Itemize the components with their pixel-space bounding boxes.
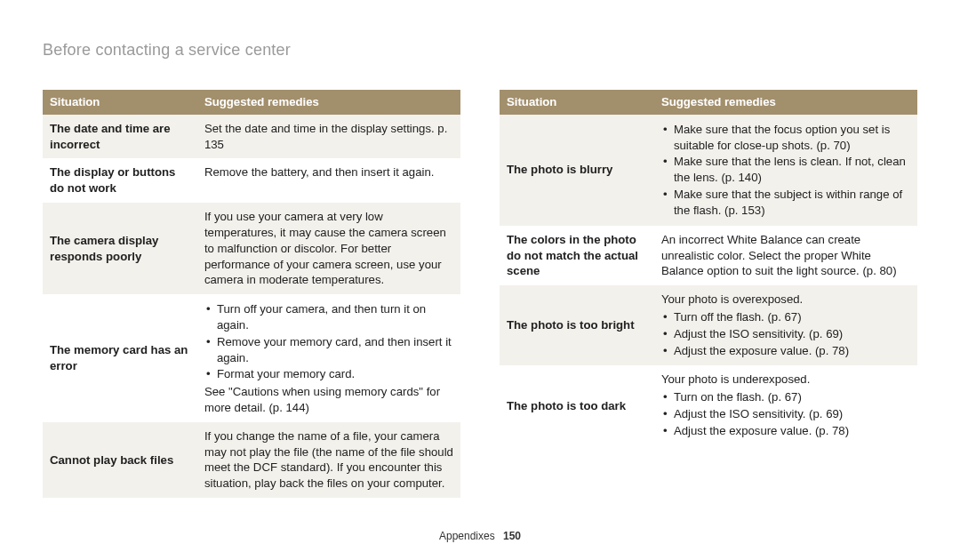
two-column-layout: Situation Suggested remedies The date an… xyxy=(43,90,917,498)
table-row: The display or buttons do not workRemove… xyxy=(43,158,460,203)
table-row: The photo is too darkYour photo is under… xyxy=(500,365,917,445)
remedy-list-item: Adjust the ISO sensitivity. (p. 69) xyxy=(661,326,910,342)
remedy-list-item: Adjust the exposure value. (p. 78) xyxy=(661,423,910,439)
remedy-cell: Remove the battery, and then insert it a… xyxy=(197,158,460,203)
table-row: The colors in the photo do not match the… xyxy=(500,226,917,285)
right-column: Situation Suggested remedies The photo i… xyxy=(500,90,917,498)
left-column: Situation Suggested remedies The date an… xyxy=(43,90,460,498)
col-remedies: Suggested remedies xyxy=(654,90,917,115)
troubleshoot-table-left: Situation Suggested remedies The date an… xyxy=(43,90,460,498)
table-row: The photo is blurryMake sure that the fo… xyxy=(500,115,917,226)
table-header-row: Situation Suggested remedies xyxy=(500,90,917,115)
remedy-list: Turn off your camera, and then turn it o… xyxy=(204,301,453,382)
remedy-cell: Your photo is underexposed.Turn on the f… xyxy=(654,365,917,445)
remedy-list-item: Format your memory card. xyxy=(204,366,453,382)
remedy-list: Make sure that the focus option you set … xyxy=(661,122,910,219)
remedy-list-item: Turn on the flash. (p. 67) xyxy=(661,389,910,405)
remedy-cell: Turn off your camera, and then turn it o… xyxy=(197,294,460,422)
remedy-text: If you use your camera at very low tempe… xyxy=(204,209,453,288)
page-number: 150 xyxy=(503,530,521,542)
situation-cell: The photo is blurry xyxy=(500,115,654,226)
remedy-list-item: Turn off your camera, and then turn it o… xyxy=(204,301,453,333)
situation-cell: The display or buttons do not work xyxy=(43,158,197,203)
situation-cell: Cannot play back files xyxy=(43,422,197,498)
table-row: The memory card has an errorTurn off you… xyxy=(43,294,460,422)
remedy-text: An incorrect White Balance can create un… xyxy=(661,232,910,279)
remedy-list: Turn on the flash. (p. 67)Adjust the ISO… xyxy=(661,389,910,438)
table-row: The camera display responds poorlyIf you… xyxy=(43,203,460,294)
remedy-lead: Your photo is underexposed. xyxy=(661,372,910,388)
remedy-cell: If you use your camera at very low tempe… xyxy=(197,203,460,294)
remedy-text: If you change the name of a file, your c… xyxy=(204,428,453,492)
footer-section: Appendixes xyxy=(439,530,495,542)
situation-cell: The photo is too dark xyxy=(500,365,654,445)
situation-cell: The colors in the photo do not match the… xyxy=(500,226,654,285)
remedy-list-item: Make sure that the lens is clean. If not… xyxy=(661,154,910,186)
remedy-list: Turn off the flash. (p. 67)Adjust the IS… xyxy=(661,309,910,358)
page-footer: Appendixes 150 xyxy=(0,530,960,542)
col-situation: Situation xyxy=(500,90,654,115)
remedy-list-item: Adjust the exposure value. (p. 78) xyxy=(661,343,910,359)
remedy-list-item: Turn off the flash. (p. 67) xyxy=(661,309,910,325)
situation-cell: The date and time are incorrect xyxy=(43,115,197,159)
manual-page: Before contacting a service center Situa… xyxy=(0,0,960,560)
page-title: Before contacting a service center xyxy=(43,41,917,60)
table-row: The date and time are incorrectSet the d… xyxy=(43,115,460,159)
remedy-tail: See "Cautions when using memory cards" f… xyxy=(204,384,453,416)
remedy-cell: Your photo is overexposed.Turn off the f… xyxy=(654,285,917,365)
situation-cell: The camera display responds poorly xyxy=(43,203,197,294)
situation-cell: The memory card has an error xyxy=(43,294,197,422)
remedy-list-item: Make sure that the focus option you set … xyxy=(661,122,910,154)
situation-cell: The photo is too bright xyxy=(500,285,654,365)
table-row: Cannot play back filesIf you change the … xyxy=(43,422,460,498)
remedy-cell: An incorrect White Balance can create un… xyxy=(654,226,917,285)
remedy-lead: Your photo is overexposed. xyxy=(661,292,910,308)
remedy-cell: If you change the name of a file, your c… xyxy=(197,422,460,498)
remedy-list-item: Make sure that the subject is within ran… xyxy=(661,187,910,219)
remedy-list-item: Remove your memory card, and then insert… xyxy=(204,334,453,366)
remedy-text: Remove the battery, and then insert it a… xyxy=(204,164,453,180)
troubleshoot-table-right: Situation Suggested remedies The photo i… xyxy=(500,90,917,446)
remedy-cell: Make sure that the focus option you set … xyxy=(654,115,917,226)
remedy-text: Set the date and time in the display set… xyxy=(204,121,453,153)
remedy-list-item: Adjust the ISO sensitivity. (p. 69) xyxy=(661,406,910,422)
remedy-cell: Set the date and time in the display set… xyxy=(197,115,460,159)
col-remedies: Suggested remedies xyxy=(197,90,460,115)
table-header-row: Situation Suggested remedies xyxy=(43,90,460,115)
col-situation: Situation xyxy=(43,90,197,115)
table-row: The photo is too brightYour photo is ove… xyxy=(500,285,917,365)
